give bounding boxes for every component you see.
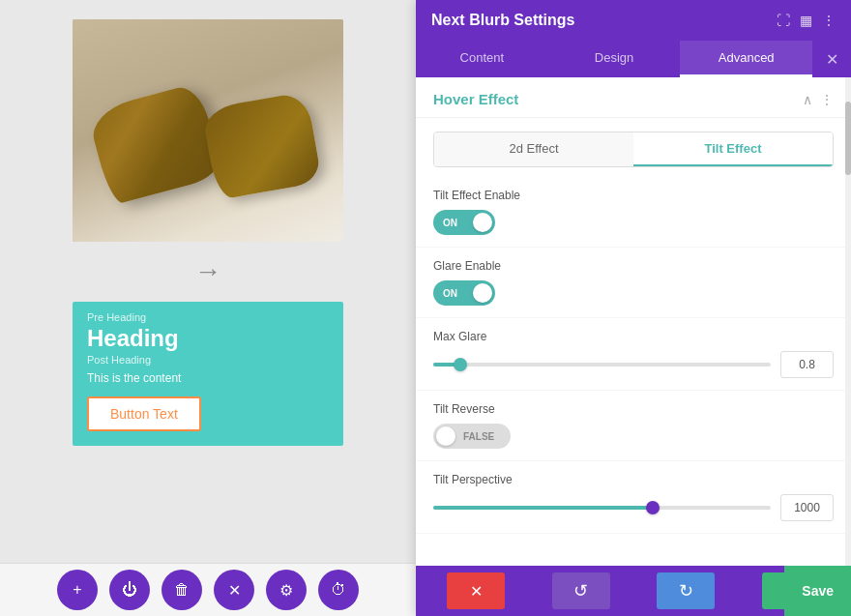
tab-design[interactable]: Design <box>548 41 681 77</box>
content-text: This is the content <box>87 371 329 385</box>
effect-tab-tilt[interactable]: Tilt Effect <box>633 132 833 166</box>
redo-button[interactable]: ↻ <box>657 572 715 609</box>
arrow-icon: → <box>194 256 221 286</box>
close-x-button[interactable]: ✕ <box>214 570 254 610</box>
tilt-reverse-label: Tilt Reverse <box>433 402 834 416</box>
max-glare-slider-row: 0.8 <box>433 351 834 378</box>
max-glare-group: Max Glare 0.8 <box>416 318 851 391</box>
pre-heading: Pre Heading <box>87 311 329 323</box>
blurb-image <box>73 19 343 242</box>
tilt-perspective-slider-thumb[interactable] <box>646 501 660 514</box>
settings-button[interactable]: ⚙ <box>266 570 307 610</box>
glare-enable-label: Glare Enable <box>433 259 834 273</box>
section-more-icon[interactable]: ⋮ <box>820 92 834 107</box>
panel-header-icons: ⛶ ▦ ⋮ <box>777 13 836 28</box>
glare-enable-group: Glare Enable ON <box>416 248 851 318</box>
max-glare-slider-thumb[interactable] <box>454 358 467 371</box>
tilt-perspective-slider-row: 1000 <box>433 494 834 521</box>
scroll-thumb <box>845 102 851 175</box>
undo-icon: ↺ <box>573 580 588 601</box>
max-glare-value[interactable]: 0.8 <box>780 351 834 378</box>
tab-content[interactable]: Content <box>416 41 548 77</box>
collapse-icon[interactable]: ∧ <box>803 92 812 107</box>
panel-title: Next Blurb Settings <box>431 12 574 29</box>
effect-tabs: 2d Effect Tilt Effect <box>433 132 834 167</box>
add-button[interactable]: + <box>57 570 98 610</box>
redo-icon: ↻ <box>679 580 693 601</box>
shoes-container <box>111 92 305 189</box>
tilt-perspective-slider-track[interactable] <box>433 506 771 510</box>
effect-tab-2d[interactable]: 2d Effect <box>434 132 633 166</box>
scroll-indicator <box>845 77 851 566</box>
more-icon[interactable]: ⋮ <box>822 13 836 28</box>
tilt-perspective-label: Tilt Perspective <box>433 473 834 486</box>
glare-enable-toggle[interactable]: ON <box>433 280 495 306</box>
arrow-area: → <box>194 256 221 287</box>
tilt-perspective-value[interactable]: 1000 <box>780 494 834 521</box>
heading: Heading <box>87 325 329 352</box>
tilt-reverse-wrap: FALSE <box>433 424 834 449</box>
power-button[interactable]: ⏻ <box>109 570 150 610</box>
tilt-toggle-knob <box>473 213 492 232</box>
max-glare-label: Max Glare <box>433 330 834 343</box>
tilt-toggle-on-label: ON <box>443 218 457 228</box>
tilt-perspective-group: Tilt Perspective 1000 <box>416 461 851 534</box>
columns-icon[interactable]: ▦ <box>800 13 812 28</box>
glare-toggle-on-label: ON <box>443 288 457 299</box>
tilt-effect-enable-label: Tilt Effect Enable <box>433 189 834 202</box>
save-button[interactable]: Save <box>784 566 851 616</box>
tilt-reverse-toggle[interactable]: FALSE <box>433 424 511 449</box>
shoe-background <box>73 19 343 242</box>
glare-toggle-knob <box>473 283 492 303</box>
blurb-content: Pre Heading Heading Post Heading This is… <box>73 302 343 446</box>
history-button[interactable]: ⏱ <box>318 570 359 610</box>
section-header-icons: ∧ ⋮ <box>803 92 834 107</box>
expand-icon[interactable]: ⛶ <box>777 13 790 28</box>
cancel-icon: ✕ <box>470 582 483 601</box>
undo-button[interactable]: ↺ <box>552 572 610 609</box>
tilt-reverse-false-label: FALSE <box>463 431 494 442</box>
tilt-effect-toggle[interactable]: ON <box>433 210 495 235</box>
blurb-button[interactable]: Button Text <box>87 396 201 431</box>
bottom-toolbar: + ⏻ 🗑 ✕ ⚙ ⏱ <box>0 563 416 616</box>
settings-panel: Next Blurb Settings ⛶ ▦ ⋮ Content Design… <box>416 0 851 616</box>
action-bar: ✕ ↺ ↻ ✓ Save <box>416 566 851 616</box>
panel-tabs: Content Design Advanced ✕ <box>416 41 851 77</box>
tab-advanced[interactable]: Advanced <box>680 41 812 77</box>
section-header: Hover Effect ∧ ⋮ <box>416 77 851 118</box>
panel-close-icon[interactable]: ✕ <box>812 41 851 77</box>
tilt-reverse-group: Tilt Reverse FALSE <box>416 391 851 461</box>
section-title: Hover Effect <box>433 91 518 107</box>
tilt-effect-enable-group: Tilt Effect Enable ON <box>416 177 851 248</box>
canvas-area: → Pre Heading Heading Post Heading This … <box>0 0 416 616</box>
tilt-reverse-knob <box>436 426 455 446</box>
tilt-effect-toggle-wrap: ON <box>433 210 834 235</box>
max-glare-slider-track[interactable] <box>433 363 771 367</box>
post-heading: Post Heading <box>87 354 329 366</box>
panel-header: Next Blurb Settings ⛶ ▦ ⋮ <box>416 0 851 41</box>
trash-button[interactable]: 🗑 <box>161 570 202 610</box>
panel-body: Hover Effect ∧ ⋮ 2d Effect Tilt Effect T… <box>416 77 851 566</box>
tilt-perspective-slider-fill <box>433 506 653 510</box>
cancel-button[interactable]: ✕ <box>447 572 505 609</box>
glare-toggle-wrap: ON <box>433 280 834 306</box>
shoe-right <box>201 91 322 200</box>
shoe-left <box>87 82 224 206</box>
